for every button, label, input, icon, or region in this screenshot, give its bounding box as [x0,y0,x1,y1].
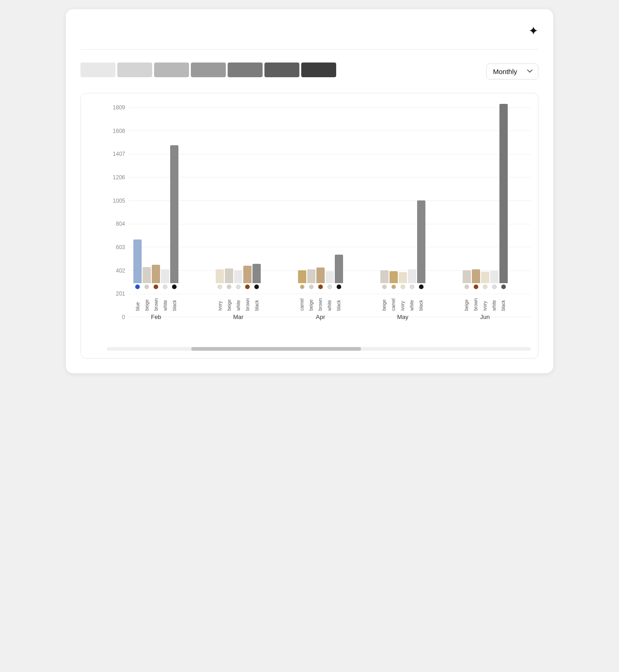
month-label: May [397,313,409,320]
bar-name-label: brown [318,290,323,311]
bar-col: brown [316,268,325,311]
legend-container [80,63,336,80]
bar [298,270,306,283]
bar-name-label: beige [464,290,469,311]
bar [335,255,343,283]
bar-name-label: white [492,290,497,311]
bar-col: black [170,145,178,311]
color-dot [254,285,259,289]
bar-name-label: beige [144,290,149,311]
bar [326,271,334,283]
color-dot [309,285,314,289]
bar-name-label: ivory [400,290,405,311]
month-group: ivorybeigewhitebrownblackMar [216,264,261,320]
bar-name-label: beige [382,290,387,311]
color-dot [474,285,478,289]
bar-name-label: camel [299,290,304,311]
bar-name-label: white [327,290,332,311]
chart-inner: 180916081407120610058046034022010 bluebe… [88,104,531,343]
bar [225,268,233,283]
bar-name-label: brown [473,290,478,311]
scrollbar-container[interactable] [107,347,531,351]
color-dot [163,285,167,289]
bars-row: camelbeigebrownwhiteblack [298,255,343,311]
month-label: Apr [316,313,325,320]
month-label: Feb [151,313,161,320]
bars-row: beigebrownivorywhiteblack [463,104,508,311]
bar-name-label: black [172,290,177,311]
legend-gradient [80,63,336,77]
bar [143,267,151,283]
bar-col: black [499,104,508,311]
bar-col: black [335,255,343,311]
color-dot [227,285,231,289]
bar [481,272,489,283]
sparkle-icon: ✦ [528,24,539,38]
bar-col: ivory [399,272,407,311]
bar [399,272,407,283]
bar-col: brown [472,269,480,311]
bar [234,270,242,283]
color-dot [492,285,497,289]
legend-box-3 [154,63,189,77]
bar-col: ivory [216,269,224,311]
bar-col: blue [133,239,142,311]
color-dot [501,285,506,289]
legend-interval-row: Monthly Daily Weekly Quarterly [80,63,539,80]
bar [152,265,160,283]
bar-col: white [326,271,334,311]
bar-name-label: black [501,290,506,311]
bar-name-label: beige [309,290,314,311]
color-dot [300,285,304,289]
bar [252,264,261,283]
color-dot [135,285,140,289]
bar-col: beige [225,268,233,311]
color-dot [382,285,387,289]
color-dot [144,285,149,289]
bar [408,269,416,283]
bar-name-label: black [336,290,341,311]
bar [243,266,252,283]
color-dot [218,285,222,289]
bar-col: camel [298,270,306,311]
bar-name-label: white [409,290,414,311]
bars-row: ivorybeigewhitebrownblack [216,264,261,311]
bar [216,269,224,283]
bar-name-label: beige [227,290,232,311]
bar [380,270,389,283]
color-dot [419,285,424,289]
bar-col: ivory [481,272,489,311]
bar-col: brown [243,266,252,311]
bar-name-label: brown [245,290,250,311]
bar-col: black [417,200,425,311]
scrollbar-thumb[interactable] [191,347,361,351]
bar [133,239,142,283]
bars-row: beigecamelivorywhiteblack [380,200,425,311]
bar-col: white [408,269,416,311]
bar-col: white [161,269,169,311]
bar-col: beige [143,267,151,311]
color-dot [483,285,487,289]
color-dot [464,285,469,289]
bar [499,104,508,283]
month-group: bluebeigebrownwhiteblackFeb [133,145,178,320]
legend-box-7 [301,63,336,77]
bar-name-label: camel [391,290,396,311]
bar [417,200,425,283]
color-dot [337,285,341,289]
bar-name-label: white [236,290,241,311]
bar-col: camel [390,271,398,311]
interval-select[interactable]: Monthly Daily Weekly Quarterly [486,63,539,80]
legend-box-5 [228,63,263,77]
bar [463,270,471,283]
bar-col: black [252,264,261,311]
legend-box-6 [264,63,299,77]
color-dot [318,285,323,289]
bar [161,269,169,283]
bar [490,271,499,283]
month-label: Mar [233,313,243,320]
bar-name-label: white [163,290,168,311]
bar [170,145,178,283]
bars-container: bluebeigebrownwhiteblackFebivorybeigewhi… [110,104,531,320]
bar [390,271,398,283]
